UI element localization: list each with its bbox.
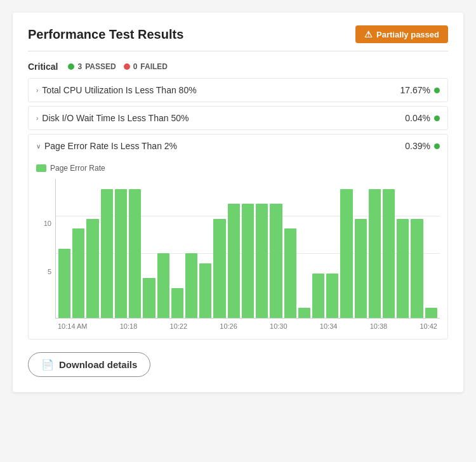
test-value-text-cpu: 17.67%: [400, 85, 430, 95]
chart-bars: [55, 179, 440, 319]
section-divider: [28, 51, 448, 51]
legend-color: [36, 164, 46, 172]
chart-bar: [86, 219, 98, 318]
test-row-page-error: ∨ Page Error Rate Is Less Than 2% 0.39% …: [28, 134, 448, 340]
header: Performance Test Results ⚠ Partially pas…: [28, 25, 448, 43]
passed-badge: 3 PASSED: [68, 62, 116, 71]
chart-bar: [270, 204, 282, 318]
chart-bar: [425, 308, 437, 318]
chart-bar: [383, 189, 395, 318]
chart-bar: [129, 189, 141, 318]
warning-icon: ⚠: [364, 29, 373, 39]
failed-badge: 0 FAILED: [124, 62, 168, 71]
chart-bar: [199, 263, 211, 318]
chart-bar: [171, 288, 183, 318]
failed-dot: [124, 63, 130, 70]
status-badge-label: Partially passed: [376, 30, 439, 39]
x-label-8: 10:42: [420, 322, 437, 330]
chart-bar: [312, 274, 324, 318]
chart-bar: [242, 204, 254, 318]
x-label-2: 10:18: [120, 322, 138, 330]
x-axis: 10:14 AM 10:18 10:22 10:26 10:30 10:34 1…: [55, 322, 440, 330]
chart-bar: [115, 189, 127, 318]
passed-label: PASSED: [85, 62, 116, 71]
passed-count: 3: [77, 62, 82, 71]
chart-bar: [326, 274, 338, 318]
chart-bar: [143, 278, 155, 318]
x-label-4: 10:26: [220, 322, 237, 330]
chart-bar: [369, 189, 381, 318]
critical-section-header: Critical 3 PASSED 0 FAILED: [28, 62, 448, 72]
test-label-page-error: ∨ Page Error Rate Is Less Than 2%: [36, 141, 177, 151]
chart-legend: Page Error Rate: [36, 164, 440, 173]
y-axis: 10 5: [36, 179, 54, 316]
page-container: Performance Test Results ⚠ Partially pas…: [13, 13, 463, 392]
test-status-disk: [434, 116, 440, 121]
chart-bar: [411, 219, 423, 318]
test-label-cpu: › Total CPU Utilization Is Less Than 80%: [36, 85, 197, 95]
chart-bar: [213, 219, 225, 318]
test-row-header-page-error: ∨ Page Error Rate Is Less Than 2% 0.39%: [29, 135, 447, 157]
x-label-5: 10:30: [270, 322, 288, 330]
test-row-disk: › Disk I/O Wait Time Is Less Than 50% 0.…: [28, 106, 448, 130]
download-button-label: Download details: [59, 359, 137, 370]
x-label-6: 10:34: [320, 322, 338, 330]
chart-bar: [397, 219, 409, 318]
chart-bar: [298, 308, 310, 318]
chart-bar: [355, 219, 367, 318]
chart-bar: [284, 228, 296, 318]
chart-bar: [340, 189, 352, 318]
failed-count: 0: [133, 62, 138, 71]
chart-inner: 10:14 AM 10:18 10:22 10:26 10:30 10:34 1…: [55, 179, 440, 330]
y-label-5: 5: [48, 268, 51, 275]
x-label-1: 10:14 AM: [58, 322, 87, 330]
chart-bar: [256, 204, 268, 318]
test-value-text-disk: 0.04%: [405, 113, 430, 123]
failed-label: FAILED: [140, 62, 168, 71]
chevron-page-error[interactable]: ∨: [36, 143, 41, 150]
test-name-cpu: Total CPU Utilization Is Less Than 80%: [42, 85, 196, 95]
test-label-disk: › Disk I/O Wait Time Is Less Than 50%: [36, 113, 188, 123]
legend-label: Page Error Rate: [50, 164, 105, 173]
chart-bar: [58, 249, 70, 319]
test-value-cpu: 17.67%: [400, 85, 440, 95]
test-value-disk: 0.04%: [405, 113, 440, 123]
test-name-page-error: Page Error Rate Is Less Than 2%: [44, 141, 177, 151]
page-title: Performance Test Results: [28, 27, 183, 42]
chart-bar: [72, 228, 84, 318]
test-status-cpu: [434, 88, 440, 93]
x-label-7: 10:38: [370, 322, 388, 330]
status-badge: ⚠ Partially passed: [355, 25, 448, 43]
chart-bar: [157, 253, 169, 318]
file-icon: 📄: [41, 359, 54, 371]
chart-bar: [101, 189, 113, 318]
chart-bar: [185, 253, 197, 318]
chart-area-wrapper: 10 5 10:14 AM 10:18: [36, 179, 440, 330]
test-name-disk: Disk I/O Wait Time Is Less Than 50%: [42, 113, 188, 123]
chevron-cpu[interactable]: ›: [36, 87, 38, 94]
passed-dot: [68, 63, 74, 70]
download-button[interactable]: 📄 Download details: [28, 352, 150, 377]
y-label-10: 10: [44, 220, 51, 227]
chevron-disk[interactable]: ›: [36, 115, 38, 122]
test-value-page-error: 0.39%: [405, 141, 440, 151]
chart-bar: [228, 204, 240, 318]
test-row-cpu: › Total CPU Utilization Is Less Than 80%…: [28, 78, 448, 102]
badge-group: 3 PASSED 0 FAILED: [68, 62, 168, 71]
chart-container: Page Error Rate 10 5: [29, 157, 447, 339]
test-value-text-page-error: 0.39%: [405, 141, 430, 151]
critical-label: Critical: [28, 62, 58, 72]
x-label-3: 10:22: [170, 322, 188, 330]
test-status-page-error: [434, 143, 440, 149]
